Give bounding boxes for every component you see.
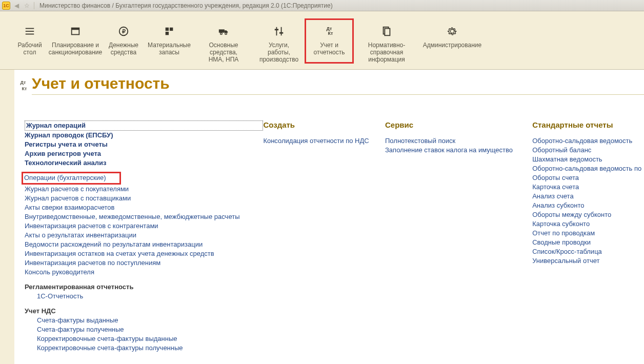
svg-text:₽: ₽ — [122, 28, 126, 34]
link-item[interactable]: Обороты между субконто — [532, 210, 644, 219]
svg-rect-15 — [275, 29, 278, 30]
nav-label: информация — [368, 56, 405, 63]
link-item[interactable]: Журнал расчетов с покупателями — [25, 185, 263, 194]
link-item[interactable]: Акты о результатах инвентаризации — [25, 231, 263, 240]
page-body: Дт Кт Учет и отчетность Журнал операций … — [14, 70, 644, 364]
link-item[interactable]: Шахматная ведомость — [532, 155, 644, 164]
back-icon[interactable]: ◀ — [12, 2, 21, 10]
link-1c-reporting[interactable]: 1С-Отчетность — [25, 292, 263, 301]
nav-planning[interactable]: Планирование и санкционирование — [48, 18, 103, 64]
link-tech-analysis[interactable]: Технологический анализ — [25, 158, 263, 168]
link-item[interactable]: Инвентаризация расчетов по поступлениям — [25, 258, 263, 268]
nav-materials[interactable]: Материальные запасы — [145, 18, 194, 64]
link-item[interactable]: Инвентаризация остатков на счетах учета … — [25, 249, 263, 258]
favorite-icon[interactable]: ☆ — [23, 2, 31, 10]
calendar-icon — [70, 24, 81, 38]
window-titlebar: 1C ◀ ☆ Министерство финансов / Бухгалтер… — [0, 0, 644, 11]
app-logo-1c[interactable]: 1C — [2, 2, 10, 10]
nav-label: стол — [24, 49, 36, 56]
svg-rect-1 — [26, 31, 34, 32]
debit-credit-icon: Дт Кт — [14, 79, 32, 91]
svg-rect-0 — [26, 28, 34, 29]
link-item[interactable]: Отчет по проводкам — [532, 229, 644, 238]
link-item[interactable]: Внутриведомственные, межведомственные, м… — [25, 212, 263, 221]
sliders-icon — [273, 24, 285, 38]
debit-credit-icon: Дт Кт — [326, 24, 333, 38]
group-nds: Учет НДС — [25, 307, 263, 315]
link-registers-reports[interactable]: Регистры учета и отчеты — [25, 140, 263, 149]
link-item[interactable]: Ведомости расхождений по результатам инв… — [25, 240, 263, 249]
link-item[interactable]: Анализ счета — [532, 192, 644, 201]
link-item[interactable]: Оборотный баланс — [532, 146, 644, 155]
link-nds-item[interactable]: Счета-фактуры полученные — [25, 325, 263, 334]
separator — [34, 2, 34, 9]
svg-rect-14 — [281, 27, 282, 36]
link-item[interactable]: Сводные проводки — [532, 238, 644, 247]
link-accounting-operations[interactable]: Операции (бухгалтерские) — [24, 174, 106, 181]
boxes-icon — [164, 24, 175, 38]
nav-label: санкционирование — [49, 49, 102, 56]
link-nds-item[interactable]: Счета-фактуры выданные — [25, 316, 263, 325]
svg-point-11 — [220, 33, 223, 35]
svg-rect-10 — [219, 29, 225, 32]
svg-rect-16 — [279, 32, 283, 34]
link-item[interactable]: Обороты счета — [532, 173, 644, 183]
link-item[interactable]: Универсальный отчет — [532, 256, 644, 266]
column-heading: Создать — [263, 120, 385, 129]
link-item[interactable]: Оборотно-сальдовая ведомость по — [532, 164, 644, 173]
nav-label: запасы — [159, 49, 179, 56]
link-nds-item[interactable]: Корректировочные счета-фактуры полученны… — [25, 343, 263, 353]
column-heading: Стандартные отчеты — [532, 120, 644, 129]
nav-services[interactable]: Услуги, работы, производство — [253, 18, 305, 71]
link-item[interactable]: Оборотно-сальдовая ведомость — [532, 136, 644, 146]
link-item[interactable]: Журнал расчетов с поставщиками — [25, 194, 263, 203]
content-columns: Журнал операций Журнал проводок (ЕПСБУ) … — [14, 98, 644, 353]
nav-administration[interactable]: Администрирование — [419, 18, 485, 56]
nav-accounting-reports[interactable]: Дт Кт Учет и отчетность — [305, 18, 354, 64]
link-item[interactable]: Заполнение ставок налога на имущество — [385, 146, 532, 155]
link-registers-archive[interactable]: Архив регистров учета — [25, 149, 263, 158]
nav-fixed-assets[interactable]: Основные средства, НМА, НПА — [194, 18, 253, 71]
nav-label: Рабочий — [17, 42, 42, 49]
nav-label: Учет и — [320, 42, 338, 49]
window-title: Министерство финансов / Бухгалтерия госу… — [39, 2, 333, 9]
nav-money[interactable]: ₽ Денежные средства — [103, 18, 145, 64]
nav-label: производство — [259, 56, 298, 63]
link-item[interactable]: Карточка субконто — [532, 219, 644, 229]
link-item[interactable]: Полнотекстовый поиск — [385, 136, 532, 146]
nav-label: средства — [111, 49, 137, 56]
nav-label: отчетность — [314, 49, 345, 56]
svg-rect-8 — [170, 28, 173, 31]
documents-icon — [381, 24, 392, 38]
page-header: Дт Кт Учет и отчетность — [14, 70, 644, 98]
ruble-icon: ₽ — [118, 24, 129, 38]
gear-icon — [447, 24, 458, 38]
menu-icon — [24, 24, 35, 38]
nav-label: Денежные — [109, 42, 138, 49]
svg-rect-13 — [276, 27, 277, 36]
link-journal-postings[interactable]: Журнал проводок (ЕПСБУ) — [25, 131, 263, 140]
svg-point-12 — [225, 33, 227, 35]
highlighted-link-box: Операции (бухгалтерские) — [22, 172, 121, 185]
svg-rect-2 — [26, 34, 34, 35]
nav-label: Администрирование — [423, 42, 481, 49]
link-item[interactable]: Консолидация отчетности по НДС — [263, 136, 385, 146]
link-item[interactable]: Акты сверки взаиморасчетов — [25, 203, 263, 212]
page-title: Учет и отчетность — [32, 75, 644, 95]
link-item[interactable]: Консоль руководителя — [25, 268, 263, 277]
svg-rect-18 — [385, 29, 390, 36]
link-item[interactable]: Инвентаризация расчетов с контрагентами — [25, 221, 263, 231]
svg-rect-9 — [166, 32, 169, 35]
nav-desktop[interactable]: Рабочий стол — [11, 18, 48, 64]
link-item[interactable]: Анализ субконто — [532, 201, 644, 210]
link-nds-item[interactable]: Корректировочные счета-фактуры выданные — [25, 334, 263, 343]
link-item[interactable]: Карточка счета — [532, 183, 644, 192]
nav-reference-info[interactable]: Нормативно-справочная информация — [354, 18, 419, 71]
group-reglament: Регламентированная отчетность — [25, 283, 263, 291]
truck-icon — [218, 24, 229, 38]
column-main: Журнал операций Журнал проводок (ЕПСБУ) … — [25, 120, 263, 353]
nav-label: Услуги, работы, — [257, 42, 301, 56]
link-journal-operations[interactable]: Журнал операций — [26, 122, 86, 129]
link-item[interactable]: Список/Кросс-таблица — [532, 247, 644, 256]
nav-label: Планирование и — [52, 42, 99, 49]
